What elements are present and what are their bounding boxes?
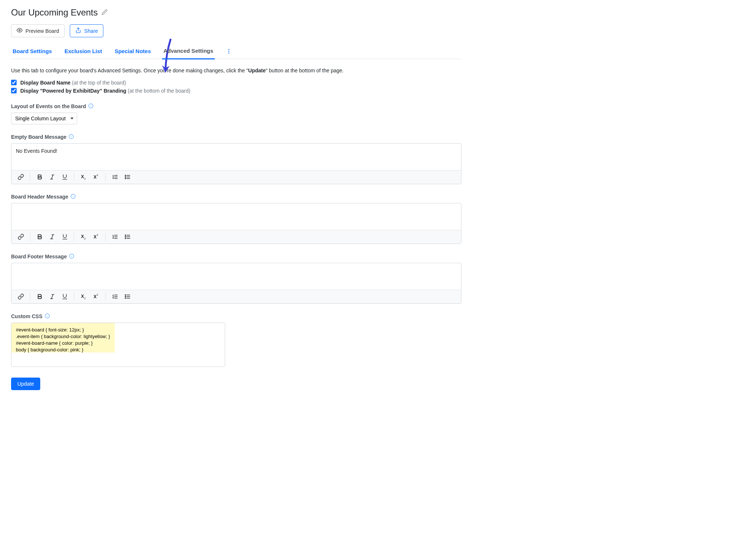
display-branding-checkbox[interactable] xyxy=(11,88,17,93)
layout-label: Layout of Events on the Board xyxy=(11,103,86,109)
link-icon[interactable] xyxy=(14,290,27,303)
italic-icon[interactable] xyxy=(46,171,58,183)
svg-text:X: X xyxy=(81,294,84,299)
superscript-icon[interactable]: X2 xyxy=(90,290,102,303)
editor-toolbar: X2 X2 xyxy=(11,230,461,244)
unordered-list-icon[interactable] xyxy=(121,171,134,183)
eye-icon xyxy=(17,27,23,34)
svg-text:X: X xyxy=(81,234,84,239)
header-msg-editor[interactable] xyxy=(11,203,461,230)
share-button[interactable]: Share xyxy=(70,24,103,37)
subscript-icon[interactable]: X2 xyxy=(77,290,90,303)
intro-text: Use this tab to configure your board's A… xyxy=(11,67,461,75)
svg-text:2: 2 xyxy=(84,237,86,240)
header-msg-label: Board Header Message xyxy=(11,194,68,200)
italic-icon[interactable] xyxy=(46,290,58,303)
svg-text:2: 2 xyxy=(97,293,98,296)
svg-point-0 xyxy=(19,30,20,31)
svg-point-67 xyxy=(125,298,126,299)
superscript-icon[interactable]: X2 xyxy=(90,171,102,183)
bold-icon[interactable] xyxy=(33,290,46,303)
svg-point-27 xyxy=(125,178,126,179)
svg-text:2: 2 xyxy=(97,234,98,237)
svg-point-4 xyxy=(228,52,229,54)
svg-line-13 xyxy=(51,175,53,179)
display-board-name-label: Display Board Name (at the top of the bo… xyxy=(20,80,126,86)
bold-icon[interactable] xyxy=(33,171,46,183)
footer-msg-label: Board Footer Message xyxy=(11,254,67,259)
layout-select[interactable]: Single Column Layout xyxy=(11,113,77,124)
editor-toolbar: X2 X2 xyxy=(11,290,461,303)
custom-css-label: Custom CSS xyxy=(11,313,42,319)
update-button[interactable]: Update xyxy=(11,378,40,390)
tab-advanced-settings[interactable]: Advanced Settings xyxy=(162,45,215,59)
svg-point-26 xyxy=(125,177,126,178)
info-icon[interactable] xyxy=(45,313,50,320)
preview-board-button[interactable]: Preview Board xyxy=(11,24,65,37)
svg-text:2: 2 xyxy=(84,297,86,300)
more-vert-icon[interactable] xyxy=(224,47,233,57)
svg-line-53 xyxy=(51,295,53,299)
svg-point-3 xyxy=(228,51,229,52)
empty-board-label: Empty Board Message xyxy=(11,134,66,140)
unordered-list-icon[interactable] xyxy=(121,290,134,303)
svg-text:X: X xyxy=(93,234,96,240)
share-label: Share xyxy=(84,28,98,34)
svg-text:X: X xyxy=(81,174,84,179)
info-icon[interactable] xyxy=(88,103,93,110)
empty-board-editor[interactable]: No Events Found! xyxy=(11,144,461,170)
info-icon[interactable] xyxy=(69,134,74,140)
svg-point-65 xyxy=(125,295,126,295)
page-title: Our Upcoming Events xyxy=(11,7,98,18)
editor-toolbar: X2 X2 xyxy=(11,170,461,184)
underline-icon[interactable] xyxy=(58,290,71,303)
svg-point-45 xyxy=(125,235,126,235)
info-icon[interactable] xyxy=(71,194,76,200)
custom-css-textarea[interactable] xyxy=(11,323,225,367)
superscript-icon[interactable]: X2 xyxy=(90,231,102,243)
ordered-list-icon[interactable] xyxy=(109,290,121,303)
share-icon xyxy=(75,27,81,34)
ordered-list-icon[interactable] xyxy=(109,231,121,243)
underline-icon[interactable] xyxy=(58,231,71,243)
subscript-icon[interactable]: X2 xyxy=(77,231,90,243)
preview-board-label: Preview Board xyxy=(25,28,59,34)
svg-text:2: 2 xyxy=(97,174,98,177)
svg-point-46 xyxy=(125,237,126,237)
tab-exclusion-list[interactable]: Exclusion List xyxy=(63,45,104,59)
underline-icon[interactable] xyxy=(58,171,71,183)
display-board-name-checkbox[interactable] xyxy=(11,80,17,85)
subscript-icon[interactable]: X2 xyxy=(77,171,90,183)
bold-icon[interactable] xyxy=(33,231,46,243)
svg-text:2: 2 xyxy=(84,178,86,180)
svg-text:X: X xyxy=(93,294,96,299)
svg-point-47 xyxy=(125,238,126,239)
italic-icon[interactable] xyxy=(46,231,58,243)
svg-text:X: X xyxy=(93,175,96,180)
svg-point-25 xyxy=(125,175,126,176)
tab-board-settings[interactable]: Board Settings xyxy=(11,45,54,59)
footer-msg-editor[interactable] xyxy=(11,263,461,290)
svg-point-66 xyxy=(125,296,126,297)
unordered-list-icon[interactable] xyxy=(121,231,134,243)
link-icon[interactable] xyxy=(14,231,27,243)
info-icon[interactable] xyxy=(69,254,74,260)
display-branding-label: Display "Powered by ExhibitDay" Branding… xyxy=(20,88,190,94)
svg-point-2 xyxy=(228,49,229,50)
svg-line-33 xyxy=(51,235,53,239)
tab-special-notes[interactable]: Special Notes xyxy=(113,45,152,59)
ordered-list-icon[interactable] xyxy=(109,171,121,183)
edit-title-icon[interactable] xyxy=(102,9,107,16)
link-icon[interactable] xyxy=(14,171,27,183)
